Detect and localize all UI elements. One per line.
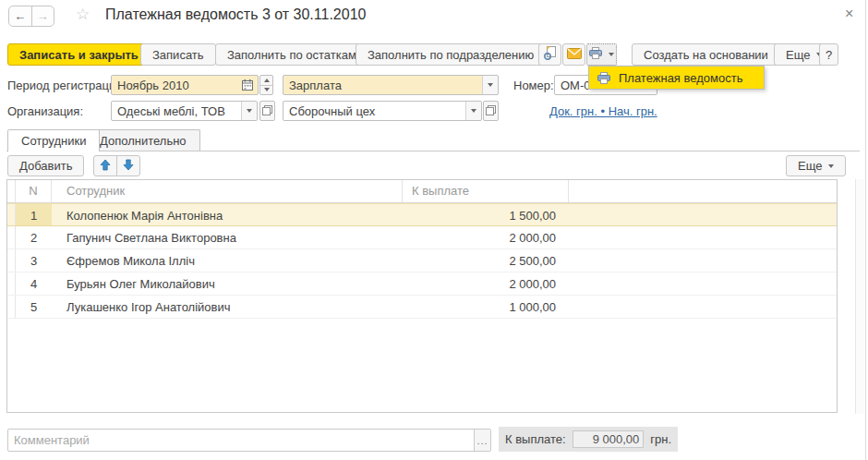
post-document-button[interactable] [538, 43, 561, 66]
comment-expand-button[interactable]: ... [474, 430, 490, 451]
history-nav-group: ← → [8, 6, 54, 27]
print-menu-item-label: Платежная ведомость [619, 71, 742, 85]
forward-arrow-icon[interactable]: → [32, 6, 54, 26]
comment-input[interactable] [8, 430, 474, 451]
table-cell-n[interactable]: 4 [16, 272, 52, 295]
organization-open-button[interactable] [259, 101, 275, 121]
print-menu-item-payroll[interactable]: Платежная ведомость [589, 67, 764, 89]
table-cell-n[interactable]: 2 [16, 226, 52, 248]
back-arrow-icon[interactable]: ← [9, 6, 32, 26]
tab-additional[interactable]: Дополнительно [86, 129, 200, 151]
table-cell-extra[interactable] [569, 249, 837, 272]
payroll-document-window: ← → ☆ Платежная ведомость 3 от 30.11.201… [0, 0, 868, 460]
chevron-down-icon[interactable] [482, 76, 498, 94]
table-header-amount[interactable]: К выплате [403, 180, 569, 202]
number-label: Номер: [513, 79, 554, 92]
table-cell-amount[interactable]: 2 000,00 [403, 226, 569, 248]
table-cell-extra[interactable] [569, 272, 837, 295]
table-cell-margin[interactable] [7, 204, 16, 225]
table-cell-amount[interactable]: 1 000,00 [403, 296, 569, 318]
table-row[interactable]: 1Колопенюк Марія Антонівна1 500,00 [7, 203, 837, 226]
more-label: Еще [786, 48, 810, 62]
salary-type-value: Зарплата [283, 79, 482, 92]
table-row[interactable]: 5Лукашенко Ігор Анатолійович1 000,00 [7, 296, 837, 319]
open-form-icon [262, 104, 272, 118]
tab-employees[interactable]: Сотрудники [7, 129, 100, 151]
table-cell-amount[interactable]: 1 500,00 [403, 204, 569, 225]
calendar-icon[interactable] [242, 79, 258, 91]
table-row[interactable]: 3Єфремов Микола Ілліч2 500,00 [7, 249, 837, 272]
total-value-field: 9 000,00 [573, 430, 645, 448]
help-button[interactable]: ? [819, 43, 838, 66]
period-field[interactable]: Ноябрь 2010 [111, 75, 259, 95]
print-button[interactable] [586, 43, 617, 66]
period-value: Ноябрь 2010 [112, 79, 242, 92]
arrow-down-icon [123, 159, 134, 174]
close-icon[interactable]: × [845, 6, 853, 22]
table-cell-extra[interactable] [569, 296, 837, 318]
chevron-down-icon[interactable] [241, 102, 257, 120]
table-header-n[interactable]: N [16, 180, 52, 202]
window-right-border [865, 0, 866, 460]
department-open-button[interactable] [483, 101, 499, 121]
table-cell-name[interactable]: Колопенюк Марія Антонівна [52, 204, 403, 225]
print-menu: Платежная ведомость [588, 66, 765, 90]
currency-settings-link[interactable]: Док. грн. • Нач. грн. [549, 104, 657, 118]
table-header-employee[interactable]: Сотрудник [52, 180, 403, 202]
arrow-up-icon [100, 159, 111, 174]
open-form-icon [486, 104, 496, 118]
table-scrollbar[interactable] [855, 179, 865, 414]
table-cell-n[interactable]: 3 [16, 249, 52, 272]
fill-by-department-button[interactable]: Заполнить по подразделению [356, 43, 546, 66]
table-cell-n[interactable]: 5 [16, 296, 52, 318]
more-button-table[interactable]: Еще [786, 155, 846, 176]
table-cell-name[interactable]: Єфремов Микола Ілліч [52, 249, 403, 272]
period-stepper[interactable] [259, 75, 273, 95]
table-row[interactable]: 2Гапунич Светлана Викторовна2 000,00 [7, 226, 837, 249]
table-cell-extra[interactable] [569, 204, 837, 225]
move-row-up-button[interactable] [93, 155, 117, 176]
table-cell-margin[interactable] [7, 226, 16, 248]
table-cell-name[interactable]: Бурьян Олег Миколайович [52, 272, 403, 295]
move-row-down-button[interactable] [116, 155, 140, 176]
create-based-on-button[interactable]: Создать на основании [632, 43, 792, 66]
chevron-down-icon[interactable] [465, 102, 481, 120]
table-cell-n[interactable]: 1 [16, 204, 52, 225]
table-row[interactable]: 4Бурьян Олег Миколайович2 000,00 [7, 272, 837, 296]
comment-box: ... [7, 429, 491, 452]
employee-table: N Сотрудник К выплате 1Колопенюк Марія А… [6, 179, 838, 413]
favorite-star-icon[interactable]: ☆ [76, 6, 90, 24]
fill-by-balances-button[interactable]: Заполнить по остаткам [215, 43, 368, 66]
table-cell-amount[interactable]: 2 500,00 [403, 249, 569, 272]
table-cell-margin[interactable] [7, 296, 16, 318]
table-cell-name[interactable]: Лукашенко Ігор Анатолійович [52, 296, 403, 318]
table-header-row: N Сотрудник К выплате [7, 180, 837, 203]
chevron-down-icon [609, 53, 614, 56]
department-value: Сборочный цех [283, 104, 465, 118]
salary-type-field[interactable]: Зарплата [283, 75, 499, 95]
table-cell-name[interactable]: Гапунич Светлана Викторовна [52, 226, 403, 248]
page-title: Платежная ведомость 3 от 30.11.2010 [105, 6, 366, 23]
total-panel: К выплате: 9 000,00 грн. [499, 427, 678, 452]
add-row-button[interactable]: Добавить [7, 155, 84, 176]
total-label: К выплате: [505, 432, 566, 446]
table-cell-margin[interactable] [7, 272, 16, 295]
department-field[interactable]: Сборочный цех [283, 101, 482, 121]
currency-label: грн. [650, 432, 671, 446]
table-cell-extra[interactable] [569, 226, 837, 248]
organization-value: Одеські меблі, ТОВ [112, 104, 241, 118]
stepper-up-icon[interactable] [260, 76, 272, 86]
period-label: Период регистрации: [7, 79, 126, 92]
chevron-down-icon [828, 164, 834, 168]
table-header-extra [569, 180, 837, 202]
table-cell-amount[interactable]: 2 000,00 [403, 272, 569, 295]
mail-button[interactable] [562, 43, 585, 66]
save-button[interactable]: Записать [140, 43, 216, 66]
organization-field[interactable]: Одеські меблі, ТОВ [111, 101, 258, 121]
stepper-down-icon[interactable] [260, 86, 272, 95]
table-cell-margin[interactable] [7, 249, 16, 272]
save-and-close-button[interactable]: Записать и закрыть [7, 43, 151, 66]
print-icon [589, 47, 602, 62]
organization-label: Организация: [7, 104, 83, 118]
tabbar-divider [6, 151, 860, 151]
